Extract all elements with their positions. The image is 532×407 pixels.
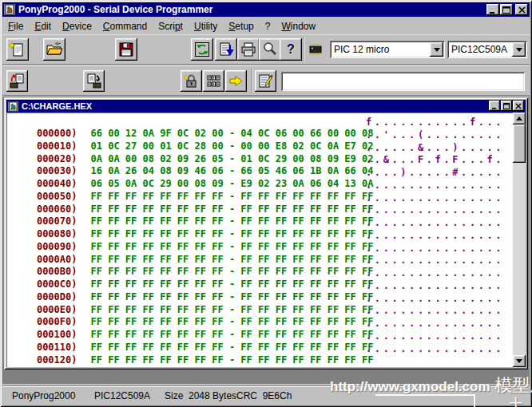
menu-edit[interactable]: Edit xyxy=(29,19,57,34)
close-button[interactable] xyxy=(515,4,528,15)
hex-ascii: ................ xyxy=(366,180,504,191)
hex-minimize-button[interactable] xyxy=(489,101,500,111)
close-icon xyxy=(518,6,526,14)
chevron-down-icon[interactable] xyxy=(430,42,443,57)
app-pony-icon xyxy=(4,4,15,15)
hex-window-title: C:\CHARGE.HEX xyxy=(22,101,92,111)
menu-script[interactable]: Script xyxy=(153,19,189,34)
hex-row: 000000)66 00 12 0A 9F 0C 02 00 - 04 0C 0… xyxy=(14,117,510,129)
security-lock-button[interactable] xyxy=(181,70,202,92)
read-device-button[interactable] xyxy=(6,70,28,92)
device-model-select[interactable]: PIC12C509A xyxy=(447,41,527,58)
edit-notes-icon xyxy=(257,73,274,89)
vertical-scrollbar[interactable] xyxy=(513,113,526,367)
maximize-button[interactable] xyxy=(500,4,513,15)
hex-ascii: ................ xyxy=(366,305,504,316)
hex-row: 0000D0)FF FF FF FF FF FF FF FF - FF FF F… xyxy=(14,280,510,293)
hex-close-button[interactable] xyxy=(513,101,524,111)
hex-row: 000100)FF FF FF FF FF FF FF FF - FF FF F… xyxy=(14,318,510,330)
toolbar-device xyxy=(2,65,530,96)
hex-row: 000040)06 05 0A 0C 29 00 08 09 - E9 02 2… xyxy=(14,167,510,180)
hex-ascii: ................ xyxy=(366,192,504,204)
hex-ascii: f...........f... xyxy=(366,117,504,128)
go-button[interactable] xyxy=(225,70,247,92)
menu-setup[interactable]: Setup xyxy=(223,19,259,34)
hex-ascii: ................ xyxy=(366,217,504,228)
hex-ascii: ................ xyxy=(366,204,504,215)
hex-address: 000120) xyxy=(37,354,77,366)
chip-icon xyxy=(307,41,324,57)
close-icon xyxy=(515,103,522,109)
chevron-down-icon[interactable] xyxy=(512,42,526,57)
minimize-button[interactable] xyxy=(486,4,499,15)
hex-row: 000080)FF FF FF FF FF FF FF FF - FF FF F… xyxy=(14,217,510,230)
hex-ascii: ..&...F.f.F...f. xyxy=(366,154,504,165)
hex-row: 000030)16 0A 26 04 08 09 46 06 - 66 05 4… xyxy=(14,154,510,167)
printer-icon xyxy=(240,41,257,58)
hex-ascii: ................ xyxy=(366,243,504,254)
edit-notes-button[interactable] xyxy=(255,70,276,92)
hex-row: 000120)FF FF FF FF FF FF FF FF - FF FF F… xyxy=(14,343,510,356)
hex-view: 000000)66 00 12 0A 9F 0C 02 00 - 04 0C 0… xyxy=(6,113,526,367)
minimize-icon xyxy=(489,6,497,14)
hex-row: 000020)0A 0A 00 08 02 09 26 05 - 01 0C 2… xyxy=(14,142,510,155)
mdi-client: C:\CHARGE.HEX 000000)66 00 12 0A 9F 0C 0… xyxy=(2,97,530,384)
hex-row: 0000A0)FF FF FF FF FF FF FF FF - FF FF F… xyxy=(14,243,510,255)
menu-window[interactable]: Window xyxy=(276,19,321,34)
reload-button[interactable] xyxy=(191,38,213,61)
document-down-arrow-icon xyxy=(217,41,235,58)
bits-grid-icon xyxy=(205,73,222,89)
hex-row: 000110)FF FF FF FF FF FF FF FF - FF FF F… xyxy=(14,330,510,343)
hex-ascii: ................ xyxy=(366,280,504,291)
reload-icon xyxy=(193,41,211,58)
print-button[interactable] xyxy=(237,38,260,61)
menubar: File Edit Device Command Script Utility … xyxy=(2,18,530,34)
hex-rows: 000000)66 00 12 0A 9F 0C 02 00 - 04 0C 0… xyxy=(14,117,510,366)
window-title: PonyProg2000 - Serial Device Programmer xyxy=(18,4,212,15)
status-device: PIC12C509A xyxy=(94,390,150,401)
hex-row: 000070)FF FF FF FF FF FF FF FF - FF FF F… xyxy=(14,204,510,217)
save-button[interactable] xyxy=(115,38,137,61)
toolbar-main: ? PIC 12 micro PIC12C509A xyxy=(2,34,530,65)
hex-row: 0000E0)FF FF FF FF FF FF FF FF - FF FF F… xyxy=(14,293,510,306)
write-device-button[interactable] xyxy=(83,70,105,92)
hex-ascii: ......&...)..... xyxy=(366,142,504,153)
menu-utility[interactable]: Utility xyxy=(189,19,223,34)
scrollbar-thumb[interactable] xyxy=(513,124,526,163)
lock-icon xyxy=(183,73,200,89)
new-file-icon xyxy=(9,41,26,58)
titlebar[interactable]: PonyProg2000 - Serial Device Programmer xyxy=(2,2,530,17)
inspect-button[interactable] xyxy=(259,38,281,61)
status-crc: CRC 9E6Ch xyxy=(236,390,292,401)
read-device-icon xyxy=(9,73,26,89)
new-button[interactable] xyxy=(6,38,29,61)
maximize-icon xyxy=(503,103,510,109)
question-icon: ? xyxy=(287,42,295,57)
scroll-up-button[interactable] xyxy=(513,113,526,124)
menu-command[interactable]: Command xyxy=(97,19,153,34)
hex-row: 000060)FF FF FF FF FF FF FF FF - FF FF F… xyxy=(14,192,510,205)
magnifier-icon xyxy=(261,41,279,58)
device-notes-field[interactable] xyxy=(281,72,525,91)
hex-maximize-button[interactable] xyxy=(501,101,512,111)
arrow-up-icon xyxy=(516,117,522,121)
hex-row: 0000F0)FF FF FF FF FF FF FF FF - FF FF F… xyxy=(14,305,510,318)
hex-row: 000090)FF FF FF FF FF FF FF FF - FF FF F… xyxy=(14,230,510,243)
scroll-down-button[interactable] xyxy=(513,355,526,367)
hex-ascii: ................ xyxy=(366,293,504,304)
status-size: Size 2048 Bytes xyxy=(165,390,236,401)
hex-ascii: ..'...(......... xyxy=(366,129,504,140)
device-family-select[interactable]: PIC 12 micro xyxy=(330,41,445,58)
program-cycle-button[interactable] xyxy=(215,38,237,61)
hex-ascii: ................ xyxy=(366,230,504,241)
config-bits-button[interactable] xyxy=(203,70,224,92)
minimize-icon xyxy=(491,103,498,109)
open-button[interactable] xyxy=(43,38,66,61)
menu-file[interactable]: File xyxy=(2,19,29,34)
write-device-icon xyxy=(85,73,102,89)
hex-window-titlebar[interactable]: C:\CHARGE.HEX xyxy=(6,100,526,113)
help-button[interactable]: ? xyxy=(280,38,302,61)
ponyprog-window: PonyProg2000 - Serial Device Programmer … xyxy=(0,0,532,407)
menu-help[interactable]: ? xyxy=(260,19,276,34)
menu-device[interactable]: Device xyxy=(57,19,97,34)
